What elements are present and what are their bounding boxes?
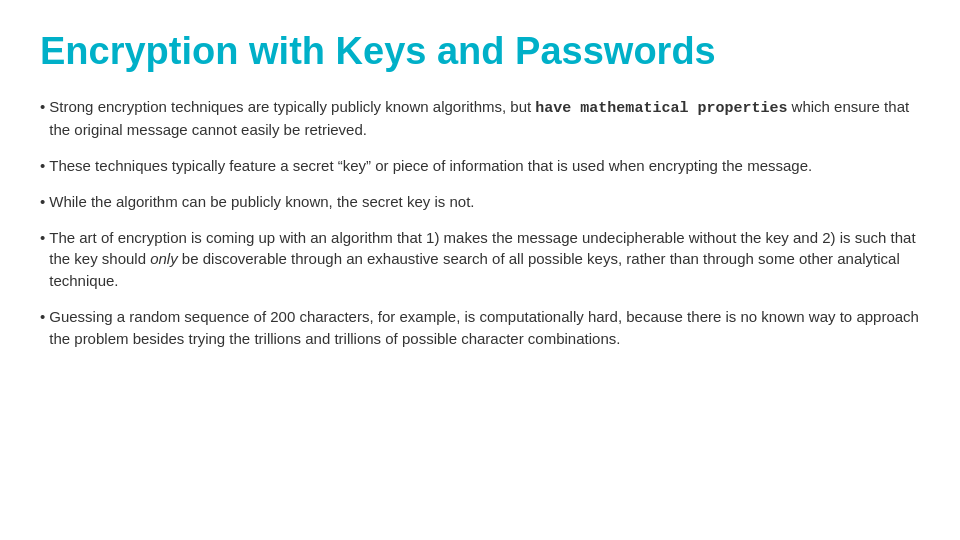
slide-title: Encryption with Keys and Passwords	[40, 30, 920, 74]
bullet-item-1: • Strong encryption techniques are typic…	[40, 96, 920, 142]
bold-text-1: have mathematical properties	[535, 100, 787, 117]
italic-text-4: only	[150, 250, 178, 267]
bullet-text-3: While the algorithm can be publicly know…	[49, 191, 920, 213]
bullet-list: • Strong encryption techniques are typic…	[40, 96, 920, 350]
bullet-text-5: Guessing a random sequence of 200 charac…	[49, 306, 920, 350]
bullet-text-4: The art of encryption is coming up with …	[49, 227, 920, 292]
bullet-text-1: Strong encryption techniques are typical…	[49, 96, 920, 142]
bullet-item-5: • Guessing a random sequence of 200 char…	[40, 306, 920, 350]
bullet-text-2: These techniques typically feature a sec…	[49, 155, 920, 177]
bullet-dot-3: •	[40, 191, 45, 213]
slide: Encryption with Keys and Passwords • Str…	[0, 0, 960, 540]
bullet-dot-1: •	[40, 96, 45, 118]
bullet-item-4: • The art of encryption is coming up wit…	[40, 227, 920, 292]
bullet-item-2: • These techniques typically feature a s…	[40, 155, 920, 177]
bullet-item-3: • While the algorithm can be publicly kn…	[40, 191, 920, 213]
bullet-dot-4: •	[40, 227, 45, 249]
bullet-dot-5: •	[40, 306, 45, 328]
bullet-dot-2: •	[40, 155, 45, 177]
